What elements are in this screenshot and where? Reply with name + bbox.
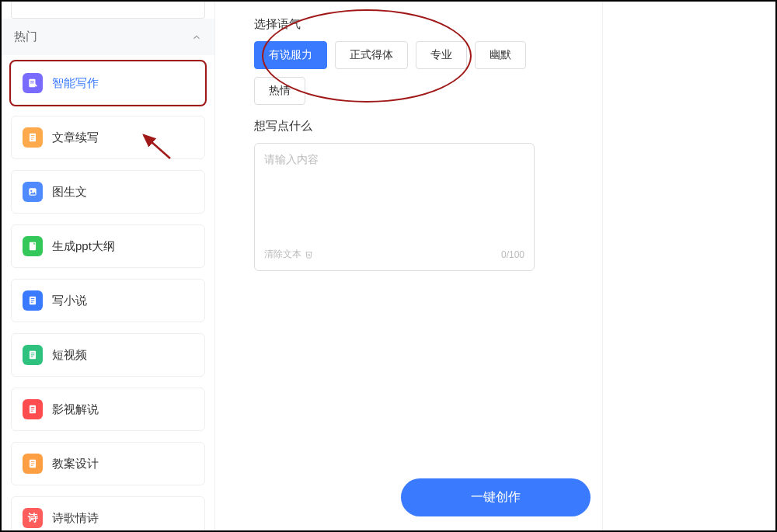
svg-rect-16 [31, 354, 35, 355]
doc-icon [23, 127, 43, 148]
search-stub [11, 2, 205, 19]
sidebar-list: 智能写作 文章续写 图生文 生成ppt大纲 [2, 55, 214, 530]
sidebar-section-hot[interactable]: 热门 [2, 19, 214, 55]
tone-btn-professional[interactable]: 专业 [416, 41, 467, 69]
sidebar-item-label: 写小说 [52, 294, 87, 308]
svg-point-8 [30, 190, 32, 192]
sidebar-item-label: 生成ppt大纲 [52, 239, 115, 254]
svg-rect-23 [31, 461, 35, 462]
svg-rect-21 [31, 411, 33, 412]
svg-rect-17 [31, 356, 33, 357]
sidebar: 热门 智能写作 文章续写 图生文 [2, 2, 215, 530]
submit-bar: 一键创作 [254, 478, 737, 516]
tone-section-label: 选择语气 [254, 17, 535, 32]
svg-rect-6 [31, 139, 33, 140]
chevron-up-icon [191, 32, 202, 43]
right-divider [602, 2, 603, 530]
svg-rect-20 [31, 409, 35, 409]
content-section-label: 想写点什么 [254, 119, 535, 134]
sidebar-item-lesson-plan[interactable]: 教案设计 [11, 442, 205, 485]
tone-options: 有说服力 正式得体 专业 幽默 热情 [254, 41, 535, 105]
sidebar-item-movie-commentary[interactable]: 影视解说 [11, 388, 205, 431]
svg-rect-12 [31, 300, 35, 301]
sidebar-section-title: 热门 [14, 30, 37, 44]
tone-btn-persuasive[interactable]: 有说服力 [254, 41, 327, 69]
content-textarea[interactable] [264, 153, 524, 248]
poem-icon: 诗 [23, 508, 43, 528]
doc-icon [23, 399, 43, 419]
doc-icon [23, 345, 43, 365]
doc-edit-icon [23, 73, 43, 93]
content-textarea-wrap: 清除文本 0/100 [254, 143, 535, 271]
sidebar-item-write-novel[interactable]: 写小说 [11, 279, 205, 322]
sidebar-item-label: 教案设计 [52, 457, 99, 471]
sidebar-item-label: 短视频 [52, 348, 87, 363]
create-button[interactable]: 一键创作 [401, 478, 591, 516]
tone-btn-humorous[interactable]: 幽默 [475, 41, 526, 69]
char-counter: 0/100 [501, 249, 524, 260]
svg-rect-15 [31, 353, 35, 353]
sidebar-item-image-to-text[interactable]: 图生文 [11, 170, 205, 214]
sidebar-item-label: 诗歌情诗 [52, 511, 99, 526]
svg-rect-13 [31, 302, 33, 303]
clear-text-button[interactable]: 清除文本 [264, 248, 313, 261]
sidebar-item-short-video[interactable]: 短视频 [11, 333, 205, 377]
sidebar-item-label: 影视解说 [52, 402, 99, 417]
svg-rect-2 [30, 82, 34, 83]
sidebar-item-smart-writing[interactable]: 智能写作 [11, 61, 205, 105]
tone-btn-enthusiastic[interactable]: 热情 [254, 77, 305, 105]
doc-icon [23, 454, 43, 474]
clear-text-label: 清除文本 [264, 248, 301, 261]
sidebar-item-label: 文章续写 [52, 130, 99, 145]
svg-rect-1 [30, 81, 34, 82]
svg-rect-4 [31, 135, 35, 136]
sidebar-item-poetry[interactable]: 诗 诗歌情诗 [11, 496, 205, 530]
sidebar-item-label: 图生文 [52, 185, 87, 200]
ppt-icon [23, 236, 43, 256]
image-text-icon [23, 182, 43, 202]
svg-rect-5 [31, 137, 35, 137]
doc-icon [23, 290, 43, 311]
sidebar-item-ppt-outline[interactable]: 生成ppt大纲 [11, 224, 205, 268]
svg-rect-11 [31, 298, 35, 299]
main-panel: 选择语气 有说服力 正式得体 专业 幽默 热情 想写点什么 清除文本 0/100… [215, 2, 775, 530]
svg-rect-24 [31, 463, 35, 464]
tone-btn-formal[interactable]: 正式得体 [335, 41, 408, 69]
svg-rect-19 [31, 407, 35, 408]
sidebar-item-label: 智能写作 [52, 76, 99, 91]
trash-icon [305, 250, 313, 259]
sidebar-item-continue-writing[interactable]: 文章续写 [11, 116, 205, 159]
svg-rect-25 [31, 465, 33, 466]
